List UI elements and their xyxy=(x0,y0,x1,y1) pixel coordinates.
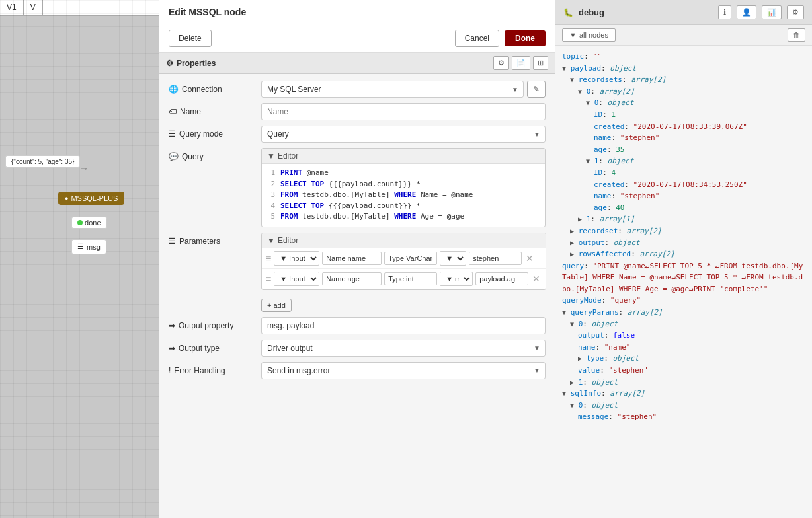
clear-debug-btn[interactable]: 🗑 xyxy=(788,28,805,42)
param-value-input-1[interactable] xyxy=(469,252,522,265)
param-datatype-input-1[interactable] xyxy=(384,252,437,265)
settings-debug-btn[interactable]: ⚙ xyxy=(787,5,804,19)
debug-name-1: name: "stephen" xyxy=(594,132,805,144)
add-param-btn[interactable]: + add xyxy=(261,299,292,312)
list-icon: ☰ xyxy=(169,130,176,139)
debug-age-1: age: 35 xyxy=(594,144,805,156)
debug-query: query: "PRINT @name↵SELECT TOP 5 * ↵FROM… xyxy=(562,260,805,295)
param-delete-1[interactable]: ✕ xyxy=(524,253,535,264)
debug-qp-name: name: "name" xyxy=(578,342,805,353)
debug-title: debug xyxy=(579,7,604,17)
debug-sqlinfo-msg: message: "stephen" xyxy=(578,411,805,423)
param-type-select-1[interactable]: ▼ Input xyxy=(274,251,319,266)
name-input[interactable] xyxy=(261,103,546,120)
grid-icon-btn[interactable]: ⊞ xyxy=(533,56,548,70)
done-dot xyxy=(77,220,83,225)
connection-label: 🌐 Connection xyxy=(169,81,255,94)
modal-panel: Edit MSSQL node Delete Cancel Done ⚙ Pro… xyxy=(159,0,555,518)
cancel-button[interactable]: Cancel xyxy=(455,30,499,47)
modal-actions: Delete Cancel Done xyxy=(159,24,555,53)
globe-icon: 🌐 xyxy=(169,85,179,94)
query-mode-select[interactable]: Query xyxy=(261,126,546,143)
debug-panel: 🐛 debug ℹ 👤 📊 ⚙ ▼ all nodes 🗑 topic: "" … xyxy=(555,0,812,518)
debug-topic: topic: "" xyxy=(562,51,805,63)
debug-output: ▶ output: object xyxy=(570,237,805,249)
error-handling-select[interactable]: Send in msg.error xyxy=(261,362,546,379)
flow-arrow: → xyxy=(79,163,89,174)
name-label: 🏷 Name xyxy=(169,103,255,116)
param-delete-2[interactable]: ✕ xyxy=(531,274,542,284)
line-code-3: FROM testdb.dbo.[MyTable] WHERE Name = @… xyxy=(280,190,545,201)
info-icon-btn[interactable]: ℹ xyxy=(718,5,731,19)
param-datatype-input-2[interactable] xyxy=(384,272,437,285)
filter-button[interactable]: ▼ all nodes xyxy=(562,28,616,42)
query-control: ▼ Editor 1 PRINT @name 2 SELECT TOP {{{p… xyxy=(261,148,546,227)
output-type-icon: ➡ xyxy=(169,344,175,353)
param-row-1: ≡ ▼ Input ▼ aₙ ✕ xyxy=(262,248,546,269)
comment-icon: 💬 xyxy=(169,152,179,161)
debug-querymode: queryMode: "query" xyxy=(562,295,805,307)
debug-age-2: age: 40 xyxy=(594,202,805,214)
output-type-row: ➡ Output type Driver output ▼ xyxy=(169,340,546,357)
doc-icon-btn[interactable]: 📄 xyxy=(512,56,530,70)
code-line-5: 5 FROM testdb.dbo.[MyTable] WHERE Age = … xyxy=(262,211,545,223)
query-mode-control: Query ▼ xyxy=(261,126,546,143)
parameters-control: ▼ Editor ≡ ▼ Input xyxy=(261,233,546,312)
parameters-label: ☰ Parameters xyxy=(169,233,255,246)
output-type-control: Driver output ▼ xyxy=(261,340,546,357)
output-icon: ➡ xyxy=(169,321,175,330)
canvas-area: V1 V {"count": 5, "age": 35} → ● MSSQL-P… xyxy=(0,0,159,518)
debug-payload: ▼ payload: object xyxy=(562,63,805,75)
error-handling-wrapper: Send in msg.error ▼ xyxy=(261,362,546,379)
param-valuetype-select-2[interactable]: ▼ msg. xyxy=(440,272,473,286)
query-row: 💬 Query ▼ Editor 1 PRINT @name xyxy=(169,148,546,227)
chart-icon-btn[interactable]: 📊 xyxy=(762,5,782,19)
debug-qp-1: ▶ 1: object xyxy=(570,377,805,388)
debug-id-1: ID: 1 xyxy=(594,109,805,121)
debug-recordsets-0: ▼ 0: array[2] xyxy=(578,86,805,98)
properties-bar: ⚙ Properties ⚙ 📄 ⊞ xyxy=(159,53,555,74)
output-type-wrapper: Driver output ▼ xyxy=(261,340,546,357)
param-valuetype-select-1[interactable]: ▼ aₙ xyxy=(440,251,466,266)
debug-sqlinfo-0: ▼ 0: object xyxy=(570,400,805,412)
debug-queryparams: ▼ queryParams: array[2] xyxy=(562,307,805,318)
line-code-1: PRINT @name xyxy=(280,168,545,179)
debug-qp-value: value: "stephen" xyxy=(578,365,805,377)
settings-icon-btn[interactable]: ⚙ xyxy=(493,56,509,70)
msg-icon: ☰ xyxy=(77,242,84,251)
param-name-input-2[interactable] xyxy=(322,272,382,285)
debug-rec0-0: ▼ 0: object xyxy=(586,97,805,109)
add-btn-wrap: + add xyxy=(261,296,546,312)
flow-label-node: {"count": 5, "age": 35} xyxy=(5,155,80,168)
param-name-input-1[interactable] xyxy=(322,252,382,265)
delete-button[interactable]: Delete xyxy=(169,30,212,47)
query-editor: ▼ Editor 1 PRINT @name 2 SELECT TOP {{{p… xyxy=(261,148,546,227)
properties-title: ⚙ Properties xyxy=(166,59,216,68)
connection-edit-btn[interactable]: ✎ xyxy=(527,81,546,98)
gear-icon: ⚙ xyxy=(166,59,173,68)
line-num-4: 4 xyxy=(262,201,280,212)
debug-recordsets: ▼ recordsets: array[2] xyxy=(570,74,805,86)
query-label: 💬 Query xyxy=(169,148,255,161)
user-icon-btn[interactable]: 👤 xyxy=(737,5,756,19)
output-type-select[interactable]: Driver output xyxy=(261,340,546,357)
drag-handle-1[interactable]: ≡ xyxy=(266,253,271,264)
connection-select[interactable]: My SQL Server xyxy=(261,81,524,98)
drag-handle-2[interactable]: ≡ xyxy=(266,274,271,284)
output-property-input[interactable] xyxy=(261,317,546,334)
debug-name-2: name: "stephen" xyxy=(594,190,805,202)
done-button[interactable]: Done xyxy=(505,30,546,46)
param-type-select-2[interactable]: ▼ Input xyxy=(274,272,319,286)
name-control xyxy=(261,103,546,120)
debug-qp-output: output: false xyxy=(578,330,805,342)
mssql-node[interactable]: ● MSSQL-PLUS xyxy=(58,192,124,205)
param-value-input-2[interactable] xyxy=(475,272,528,285)
debug-recordset: ▶ recordset: array[2] xyxy=(570,225,805,237)
query-editor-header: ▼ Editor xyxy=(262,149,545,164)
query-editor-body[interactable]: 1 PRINT @name 2 SELECT TOP {{{payload.co… xyxy=(262,164,545,227)
msg-node[interactable]: ☰ msg xyxy=(71,239,106,254)
connection-select-wrapper: My SQL Server ▼ xyxy=(261,81,524,98)
params-header: ▼ Editor xyxy=(262,233,546,248)
query-mode-wrapper: Query ▼ xyxy=(261,126,546,143)
error-handling-row: ! Error Handling Send in msg.error ▼ xyxy=(169,362,546,379)
